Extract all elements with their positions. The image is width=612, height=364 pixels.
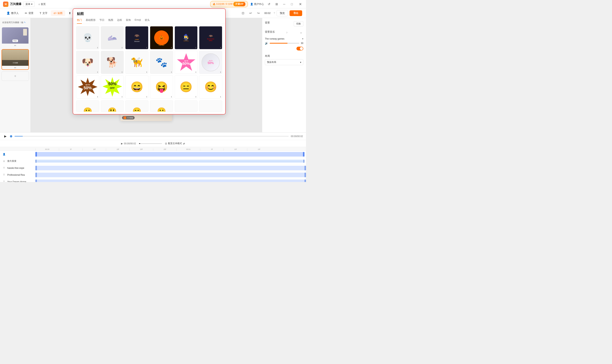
sticker-emoji-tongue-content: 😝 (150, 76, 173, 98)
sticker-bat-limit[interactable]: 🦇 Limit Discount ⬇ (125, 26, 148, 49)
crop-button[interactable]: ⊡ (240, 10, 246, 16)
track-bar-text-1[interactable] (35, 166, 306, 170)
sticker-tab-decoration[interactable]: 装饰 (126, 18, 131, 24)
sticker-tab-arrow[interactable]: 箭头 (145, 18, 150, 24)
sticker-dog-pug[interactable]: 🐾 ⬇ (150, 51, 173, 74)
open-vip-button[interactable]: 开通VIP (233, 2, 245, 6)
sticker-pumpkin-content: 🎃 Limit Offer (150, 26, 173, 49)
sticker-50-pink[interactable]: up to 50% ⬇ (175, 51, 198, 74)
text2-handle-right[interactable] (305, 173, 306, 177)
track-handle-right[interactable] (303, 152, 305, 156)
track-bar-person[interactable] (35, 152, 305, 156)
music-collapse-button[interactable]: − (299, 31, 303, 35)
digital-person-button[interactable]: 👤 数字人 (4, 10, 21, 16)
sticker-exclusive-offer[interactable]: 🦇 Exclusive Offer ⬇ (199, 26, 222, 49)
preview-button[interactable]: 预览 (277, 10, 288, 16)
sticker-emoji-happy[interactable]: 😄 ⬇ (125, 75, 148, 98)
sticker-dog-gray[interactable]: 🐶 ⬇ (76, 51, 99, 74)
timeline-scrub[interactable] (14, 136, 289, 136)
sticker-partial-6[interactable] (199, 100, 222, 112)
clip-card-1[interactable]: 1 Find. ⏭ (1, 27, 29, 48)
clip-card-2[interactable]: 2 万兴播爆 ⏭ (1, 49, 29, 70)
volume-slider[interactable] (270, 43, 299, 44)
text3-handle-right[interactable] (305, 180, 306, 182)
sticker-partial-4[interactable]: 🙂 (150, 100, 173, 112)
sticker-tab-holiday[interactable]: 节日 (99, 18, 105, 24)
sticker-dog-fluffy[interactable]: 🦮 ⬇ (125, 51, 148, 74)
track-handle-left[interactable] (35, 152, 37, 156)
close-button[interactable]: ✕ (298, 1, 303, 7)
export-button[interactable]: 导出 (290, 10, 302, 16)
witch-download-icon: ⬇ (195, 47, 197, 49)
user-center-button[interactable]: 👤 用户中心 (250, 2, 264, 6)
sticker-tab-basic[interactable]: 基础图形 (86, 18, 96, 24)
sticker-50-brown[interactable]: up to 50% ⬇ (76, 75, 99, 98)
sticker-tab-emoji[interactable]: Emoji (135, 18, 141, 24)
minimize-button[interactable]: ─ (281, 1, 287, 7)
music-toggle[interactable] (296, 47, 303, 51)
audio-mode-button[interactable]: ⊡ 配音文本模式 ⇄ (165, 142, 185, 145)
sticker-tab-hot[interactable]: 热门 (77, 18, 82, 24)
sticker-exclusive-content: 🦇 Exclusive Offer (199, 26, 222, 49)
sticker-skull[interactable]: 💀 ⬇ (76, 26, 99, 49)
sticker-witch-discounts[interactable]: 🧙‍♀️ Light Discounts ⬇ (175, 26, 198, 49)
sticker-pumpkin-limit[interactable]: 🎃 Limit Offer ⬇ (150, 26, 173, 49)
sticker-tabs: 热门 基础图形 节日 氛围 边框 装饰 Emoji 箭头 (77, 18, 222, 24)
audio-handle-left[interactable] (35, 160, 37, 163)
sticker-emoji-smile[interactable]: 😊 ⬇ (199, 75, 222, 98)
audio-track-name: 放大发发 (7, 159, 16, 163)
sticker-50-heart[interactable]: up to 50% ⬇ (199, 51, 222, 74)
text1-handle-left[interactable] (35, 166, 37, 170)
sticker-grid: 💀 ⬇ 🫴 ⬇ 🦇 Limit Discount ⬇ (73, 24, 225, 100)
switch-background-button[interactable]: 切换 (294, 21, 303, 26)
preset-layout-dropdown[interactable]: 预设布局 ▾ (265, 59, 303, 65)
text-button[interactable]: T 文字 (37, 10, 50, 16)
sticker-partial-2[interactable]: 😃 (101, 100, 124, 112)
timeline-tracks: 👤 ⊙ 放大发发 (0, 151, 306, 182)
redo-button[interactable]: ↪ (255, 10, 261, 16)
undo-button[interactable]: ↩ (248, 10, 253, 16)
text3-handle-left[interactable] (35, 180, 37, 182)
play-button[interactable]: ▶ (3, 134, 8, 139)
sticker-partial-1[interactable]: 😀 (76, 100, 99, 112)
track-bar-audio[interactable] (35, 160, 305, 163)
svg-text:50%: 50% (183, 62, 190, 65)
help-music-icon: ? (286, 32, 287, 34)
svg-text:50%: 50% (108, 82, 117, 86)
music-dropdown-button[interactable]: ▾ (302, 38, 303, 40)
audio-handle-right[interactable] (303, 160, 305, 163)
input-link[interactable]: ✎ (24, 21, 26, 24)
text2-handle-left[interactable] (35, 173, 37, 177)
volume-row: 🔊 30 (265, 42, 303, 45)
background-button[interactable]: ✏ 背景 (22, 10, 36, 16)
track-label-text-2: T Professional Rea (0, 173, 35, 177)
track-bar-text-2[interactable] (35, 173, 306, 177)
sticker-50-off-green[interactable]: 50% OFF ⬇ (101, 75, 124, 98)
apps-button[interactable]: ⊞ (274, 1, 279, 7)
sticker-tab-atmosphere[interactable]: 氛围 (108, 18, 113, 24)
sticker-dog-tongue[interactable]: 🐕 ⬇ (101, 51, 124, 74)
svg-text:50%: 50% (84, 86, 92, 90)
toolbar-tools: 👤 数字人 ✏ 背景 T 文字 🏷 贴图 ⬆ 导入 (4, 10, 80, 16)
text1-handle-right[interactable] (305, 166, 306, 170)
sticker-partial-5[interactable] (175, 100, 198, 112)
home-nav[interactable]: ⌂ 首页 (39, 2, 46, 6)
track-bar-text-3[interactable] (35, 180, 306, 182)
layout-section: 布局 预设布局 ▾ (265, 54, 303, 65)
record-button[interactable]: ▶ 00:00/00:02 (121, 142, 136, 145)
maximize-button[interactable]: □ (289, 1, 294, 7)
volume-icon: 🔊 (265, 42, 268, 45)
sticker-tab-frame[interactable]: 边框 (117, 18, 122, 24)
add-clip-button[interactable]: + (1, 71, 29, 81)
sticker-hand[interactable]: 🫴 ⬇ (101, 26, 124, 49)
emoji-happy-download-icon: ⬇ (146, 96, 147, 98)
sticker-emoji-squint[interactable]: 😑 ⬇ (175, 75, 198, 98)
refresh-button[interactable]: ↺ (266, 1, 272, 7)
sticker-emoji-tongue[interactable]: 😝 ⬇ (150, 75, 173, 98)
sticker-partial-3[interactable]: 😁 (125, 100, 148, 112)
menu-button[interactable]: 菜单 ▾ (23, 1, 35, 7)
track-row-text-2: T Professional Rea (35, 171, 306, 178)
timeline-controls: ▶ 00:00/00:02 (0, 132, 306, 140)
sticker-button[interactable]: 🏷 贴图 (51, 10, 65, 16)
help-icon: ? (274, 12, 275, 14)
